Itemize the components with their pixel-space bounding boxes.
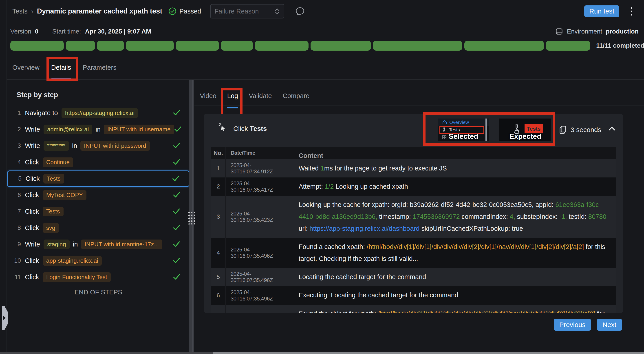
log-text-plain: Waited <box>299 165 320 172</box>
check-circle-icon <box>168 7 177 16</box>
step-target-chip: Continue <box>43 157 73 167</box>
progress-segment <box>221 41 253 51</box>
steps-panel: Step by step 1Navigate tohttps://app-sta… <box>7 80 190 354</box>
log-text-plain: Looking up the cache for xpath: orgId: b… <box>299 201 555 208</box>
step-row-10[interactable]: 10Clickapp-staging.relicx.ai <box>7 253 190 269</box>
log-row-number: 6 <box>211 286 226 305</box>
more-options-button[interactable] <box>627 6 636 17</box>
log-row-content: Attempt: 1/2 Looking up cached xpath <box>293 178 616 196</box>
step-row-5[interactable]: 5ClickTests <box>7 170 190 187</box>
selected-caption: Selected <box>438 132 489 140</box>
run-meta-row: Version 0 Start time: Apr 30, 2025 | 9:0… <box>10 25 638 38</box>
step-row-2[interactable]: 2Writeadmin@relicx.aiinINPUT with id use… <box>7 121 190 138</box>
tab-validate[interactable]: Validate <box>249 90 272 105</box>
log-text-xpath: /html/body/div[1]/div[1]/div/div/div/div… <box>378 310 595 313</box>
step-value-chip: ******** <box>44 141 69 151</box>
step-row-4[interactable]: 4ClickContinue <box>7 154 190 170</box>
panel-resizer[interactable] <box>189 80 194 354</box>
run-test-button[interactable]: Run test <box>584 6 619 17</box>
comment-button[interactable] <box>294 6 306 17</box>
progress-segment <box>546 41 590 51</box>
step-row-6[interactable]: 6ClickMyTest COPY <box>7 187 190 203</box>
log-text-plain: Looking up cached xpath <box>334 183 408 190</box>
check-icon <box>174 126 182 132</box>
collapse-chevron-icon[interactable] <box>608 126 616 132</box>
step-action: Click <box>25 158 39 166</box>
step-row-7[interactable]: 7ClickTests <box>7 203 190 220</box>
horizontal-scrollbar-thumb[interactable] <box>213 352 644 354</box>
expected-thumbnail[interactable]: Tests Expected <box>500 118 551 141</box>
copy-icon[interactable] <box>559 125 567 134</box>
main-tabs: OverviewDetailsParameters <box>12 59 116 80</box>
log-text-plain: Found the object for xpath: <box>299 310 378 313</box>
log-text-green: -1, <box>559 213 567 220</box>
tab-details[interactable]: Details <box>51 59 71 80</box>
log-text-plain: Found a cached xpath: <box>299 243 367 250</box>
step-connector: in <box>73 241 78 248</box>
environment-info: Environment production <box>555 27 638 36</box>
step-number: 1 <box>10 109 21 116</box>
log-table-header: No. Date/Time Content <box>211 147 616 159</box>
check-icon <box>173 241 180 247</box>
duration-label: 3 seconds <box>570 126 601 134</box>
step-action: Write <box>25 126 40 133</box>
col-no: No. <box>211 147 226 159</box>
step-action: Click <box>25 191 39 199</box>
log-step-target: Tests <box>250 125 267 132</box>
step-number: 9 <box>10 241 21 248</box>
step-row-9[interactable]: 9WritestaginginINPUT with id mantine-17z… <box>7 236 190 253</box>
tab-parameters[interactable]: Parameters <box>83 59 116 80</box>
step-number: 2 <box>10 126 21 133</box>
tab-compare[interactable]: Compare <box>283 90 310 105</box>
start-time-value: Apr 30, 2025 | 9:07 AM <box>85 28 151 35</box>
breadcrumb[interactable]: Tests <box>12 8 28 15</box>
check-icon <box>173 191 180 198</box>
progress-bar <box>10 41 590 51</box>
log-row-7: 72025-04-30T16:07:35.753ZFound the objec… <box>211 305 616 313</box>
col-datetime: Date/Time <box>226 147 293 159</box>
progress-row: 11/11 completed <box>10 41 638 51</box>
next-button[interactable]: Next <box>597 319 622 331</box>
step-row-11[interactable]: 11ClickLogin Functionality Test <box>7 269 190 285</box>
log-row-timestamp: 2025-04-30T16:07:35.417Z <box>226 178 293 196</box>
step-number: 6 <box>10 192 21 199</box>
log-row-timestamp: 2025-04-30T16:07:35.496Z <box>226 268 293 286</box>
mini-nav-overview: Overview <box>438 118 489 126</box>
resizer-grip-icon[interactable] <box>187 211 195 225</box>
check-icon <box>173 142 180 149</box>
step-row-8[interactable]: 8Clicksvg <box>7 220 190 236</box>
progress-segment <box>126 41 174 51</box>
step-number: 10 <box>10 257 21 264</box>
step-target-chip: Tests <box>43 207 64 216</box>
log-row-number: 1 <box>211 159 226 178</box>
previous-button[interactable]: Previous <box>554 319 591 331</box>
tab-overview[interactable]: Overview <box>12 59 40 80</box>
comment-bubble-icon <box>294 6 306 17</box>
progress-segment <box>373 41 462 51</box>
log-text-link[interactable]: https://app-staging.relicx.ai/dashboard <box>310 225 420 232</box>
check-icon <box>173 109 180 116</box>
detail-tabs: VideoLogValidateCompare <box>200 90 310 105</box>
page-title: Dynamic parameter cached xpath test <box>37 7 162 15</box>
expected-highlight-box: Tests <box>524 124 543 133</box>
log-text-plain: skipUrlInCachedXPathLookup: true <box>420 225 523 232</box>
step-action: Write <box>25 142 40 149</box>
tab-video[interactable]: Video <box>200 90 216 105</box>
tab-log[interactable]: Log <box>227 90 238 105</box>
step-target-chip: Tests <box>43 174 64 184</box>
step-value-chip: admin@relicx.ai <box>44 125 92 134</box>
version-value: 0 <box>35 28 38 35</box>
header-bar: Tests › Dynamic parameter cached xpath t… <box>7 0 644 23</box>
progress-segment <box>464 41 544 51</box>
step-number: 7 <box>10 208 21 215</box>
step-row-3[interactable]: 3Write********inINPUT with id password <box>7 138 190 154</box>
log-row-5: 52025-04-30T16:07:35.496ZLocating the ca… <box>211 268 616 286</box>
failure-reason-select[interactable]: Failure Reason <box>210 4 284 19</box>
app-window: Tests › Dynamic parameter cached xpath t… <box>0 0 644 354</box>
log-text-green: 1/2 <box>325 183 334 190</box>
log-row-number: 2 <box>211 178 226 196</box>
step-value-chip: https://app-staging.relicx.ai <box>62 108 138 118</box>
selected-thumbnail[interactable]: OverviewTestsSuites Selected <box>438 118 489 141</box>
step-number: 4 <box>10 159 21 166</box>
step-row-1[interactable]: 1Navigate tohttps://app-staging.relicx.a… <box>7 105 190 121</box>
